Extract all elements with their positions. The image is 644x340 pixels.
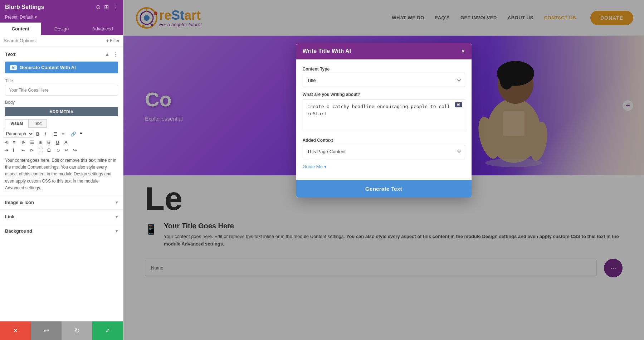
toolbar-row-2: ⫷ ≡ ⫸ ☰ ⊞ S U A — [3, 139, 120, 146]
link-section[interactable]: Link ▾ — [0, 209, 123, 224]
modal-body: Content Type Title Body Headline Tagline… — [296, 59, 472, 180]
align-left-btn[interactable]: ⫷ — [3, 139, 11, 146]
main-content: reStart For a brighter future! WHAT WE D… — [123, 0, 644, 340]
target-icon[interactable]: ⊙ — [96, 4, 101, 10]
sidebar-header: Blurb Settings ⊙ ⊞ ⋮ — [0, 0, 123, 14]
sidebar-tabs: Content Design Advanced — [0, 23, 123, 35]
chevron-down-icon-guide: ▾ — [324, 164, 327, 169]
section-options-icon[interactable]: ⋮ — [113, 51, 118, 57]
tab-advanced[interactable]: Advanced — [82, 23, 123, 35]
section-controls: ▲ ⋮ — [104, 51, 118, 57]
align-right-btn[interactable]: ⫸ — [20, 139, 28, 146]
tab-design[interactable]: Design — [41, 23, 82, 35]
ai-modal: Write Title With AI × Content Type Title… — [296, 43, 472, 198]
inline-code-btn[interactable]: i — [11, 147, 19, 154]
image-icon-section[interactable]: Image & Icon ▾ — [0, 195, 123, 209]
text-section-header: Text ▲ ⋮ — [0, 47, 123, 59]
body-content-text: Your content goes here. Edit or remove t… — [0, 154, 123, 195]
columns-icon[interactable]: ⊞ — [104, 4, 109, 10]
background-section[interactable]: Background ▾ — [0, 224, 123, 238]
chevron-down-icon-3: ▾ — [116, 228, 118, 234]
link-btn[interactable]: 🔗 — [69, 131, 78, 137]
generate-content-ai-button[interactable]: AI Generate Content With AI — [5, 62, 118, 73]
tab-content[interactable]: Content — [0, 23, 41, 35]
chevron-down-icon-2: ▾ — [116, 214, 118, 219]
text-section-title: Text — [5, 51, 16, 57]
guide-me-link[interactable]: Guide Me ▾ — [303, 164, 327, 169]
emoji-btn[interactable]: ☺ — [54, 147, 62, 154]
redo-editor-btn[interactable]: ↪ — [72, 147, 79, 154]
sidebar-header-icons: ⊙ ⊞ ⋮ — [96, 4, 118, 10]
color-btn[interactable]: A — [63, 139, 71, 146]
special-char-btn[interactable]: Ω — [46, 147, 54, 154]
quote-btn[interactable]: ❝ — [78, 131, 86, 137]
content-type-label: Content Type — [303, 67, 465, 72]
align-justify-btn[interactable]: ☰ — [29, 139, 36, 146]
sidebar-bottom-bar: ✕ ↩ ↻ ✓ — [0, 321, 123, 340]
filter-button[interactable]: + Filter — [106, 38, 119, 43]
chevron-down-icon: ▾ — [116, 200, 118, 205]
body-tabs: Visual Text — [0, 119, 123, 128]
title-field: Title — [0, 77, 123, 98]
content-type-select[interactable]: Title Body Headline Tagline — [303, 74, 465, 87]
toolbar-row-1: Paragraph B I ☰ ≡ 🔗 ❝ — [3, 130, 120, 138]
strikethrough-btn[interactable]: S — [46, 139, 54, 146]
fullscreen-btn[interactable]: ⛶ — [37, 147, 45, 154]
sidebar-title: Blurb Settings — [5, 4, 44, 10]
modal-header: Write Title With AI × — [296, 43, 472, 59]
ai-badge-icon: AI — [10, 65, 17, 70]
about-textarea[interactable]: create a catchy headline encouraging peo… — [303, 99, 465, 131]
indent-btn[interactable]: ⇥ — [3, 147, 11, 154]
unordered-list-btn[interactable]: ☰ — [52, 131, 60, 137]
paragraph-select[interactable]: Paragraph — [3, 130, 34, 138]
editor-toolbar: Paragraph B I ☰ ≡ 🔗 ❝ ⫷ ≡ ⫸ ☰ ⊞ S U A ⇥ … — [0, 130, 123, 154]
sidebar: Blurb Settings ⊙ ⊞ ⋮ Preset: Default ▾ C… — [0, 0, 123, 340]
indent-left-btn[interactable]: ⊳ — [29, 147, 36, 154]
more-icon[interactable]: ⋮ — [112, 4, 118, 10]
modal-close-button[interactable]: × — [461, 48, 465, 54]
title-field-label: Title — [5, 78, 118, 83]
body-label: Body — [0, 98, 123, 107]
undo-editor-btn[interactable]: ↩ — [63, 147, 71, 154]
context-label: Added Context — [303, 138, 465, 143]
underline-btn[interactable]: U — [54, 139, 62, 146]
align-center-btn[interactable]: ≡ — [11, 139, 19, 146]
search-input[interactable] — [4, 38, 103, 43]
cancel-button[interactable]: ✕ — [0, 321, 31, 340]
ai-badge: AI — [455, 102, 462, 107]
table-btn[interactable]: ⊞ — [37, 139, 45, 146]
add-media-button[interactable]: ADD MEDIA — [5, 107, 118, 116]
modal-overlay: Write Title With AI × Content Type Title… — [123, 0, 644, 340]
title-input[interactable] — [5, 85, 118, 96]
save-button[interactable]: ✓ — [92, 321, 123, 340]
redo-button[interactable]: ↻ — [62, 321, 92, 340]
toolbar-row-3: ⇥ i ⇤ ⊳ ⛶ Ω ☺ ↩ ↪ — [3, 147, 120, 154]
ordered-list-btn[interactable]: ≡ — [60, 131, 68, 137]
body-tab-text[interactable]: Text — [28, 119, 47, 128]
about-label: What are you writing about? — [303, 92, 465, 97]
about-textarea-wrapper: create a catchy headline encouraging peo… — [303, 99, 465, 133]
body-tab-visual[interactable]: Visual — [5, 119, 28, 128]
context-select[interactable]: This Page Content Custom Context None — [303, 145, 465, 158]
italic-btn[interactable]: I — [43, 131, 51, 137]
undo-button[interactable]: ↩ — [31, 321, 62, 340]
sidebar-search-bar: + Filter — [0, 35, 123, 47]
bold-btn[interactable]: B — [35, 131, 43, 137]
collapse-icon[interactable]: ▲ — [104, 51, 110, 57]
indent-right-btn[interactable]: ⇤ — [20, 147, 28, 154]
generate-text-button[interactable]: Generate Text — [296, 180, 472, 198]
sidebar-preset[interactable]: Preset: Default ▾ — [0, 14, 123, 23]
modal-title: Write Title With AI — [303, 48, 351, 54]
modal-footer: Generate Text — [296, 180, 472, 198]
